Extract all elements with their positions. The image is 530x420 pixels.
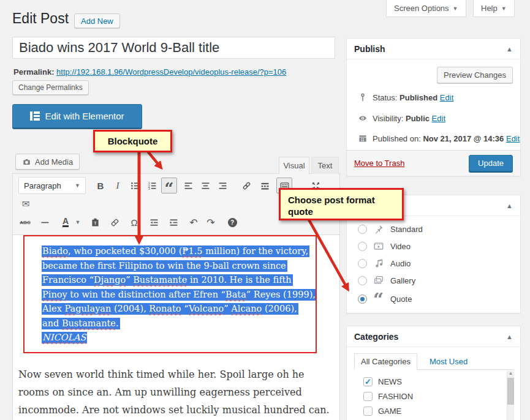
eye-icon bbox=[358, 113, 368, 123]
post-title-input[interactable] bbox=[12, 37, 335, 59]
tab-text[interactable]: Text bbox=[311, 157, 339, 174]
collapse-toggle-icon[interactable]: ▲ bbox=[506, 202, 513, 209]
scroll-up-icon[interactable]: ▲ bbox=[507, 370, 514, 377]
chevron-down-icon: ▼ bbox=[453, 6, 458, 12]
format-label: Quote bbox=[390, 294, 412, 304]
italic-button[interactable]: I bbox=[110, 178, 126, 193]
blockquote-button[interactable]: “ bbox=[161, 178, 177, 193]
checkbox-news[interactable]: ✓ bbox=[363, 377, 373, 386]
checkbox-game[interactable] bbox=[363, 407, 373, 416]
category-label: GAME bbox=[378, 407, 401, 416]
publish-panel-title: Publish bbox=[354, 44, 385, 54]
strikethrough-button[interactable]: ABC bbox=[17, 214, 33, 230]
format-option-gallery[interactable]: Gallery bbox=[358, 275, 415, 286]
post-format-callout: Choose post format quote bbox=[279, 188, 404, 220]
published-on-edit-link[interactable]: Edit bbox=[506, 134, 520, 143]
radio-standard[interactable] bbox=[358, 225, 367, 234]
help-tab[interactable]: Help ▼ bbox=[473, 0, 515, 17]
format-option-video[interactable]: Video bbox=[358, 241, 411, 252]
scrollbar-thumb[interactable] bbox=[507, 378, 514, 405]
redo-button[interactable]: ↷ bbox=[203, 214, 219, 230]
clear-formatting-button[interactable] bbox=[107, 214, 123, 230]
help-icon: ? bbox=[228, 218, 237, 227]
permalink-row: Permalink: http://192.168.1.96/Wordpress… bbox=[13, 67, 286, 77]
blockquote-lines[interactable]: Biado, who pocketed $30,000 (₱1.5 millio… bbox=[42, 246, 317, 347]
read-more-tag-button[interactable] bbox=[257, 178, 273, 193]
published-on-label: Published on: bbox=[373, 134, 421, 143]
status-edit-link[interactable]: Edit bbox=[440, 93, 453, 102]
published-on-row: Published on: Nov 21, 2017 @ 14:36 Edit bbox=[358, 133, 520, 143]
category-item-fashion[interactable]: FASHION bbox=[363, 392, 413, 401]
add-media-button[interactable]: Add Media bbox=[15, 154, 80, 170]
omega-icon: Ω bbox=[131, 217, 137, 228]
update-button[interactable]: Update bbox=[469, 155, 513, 171]
change-permalinks-button[interactable]: Change Permalinks bbox=[12, 80, 89, 95]
radio-gallery[interactable] bbox=[358, 276, 367, 285]
format-option-quote[interactable]: “ Quote bbox=[358, 292, 412, 306]
radio-quote[interactable] bbox=[358, 294, 367, 304]
radio-audio[interactable] bbox=[358, 259, 367, 268]
published-on-value: Nov 21, 2017 @ 14:36 bbox=[423, 134, 504, 143]
add-media-label: Add Media bbox=[35, 157, 73, 167]
categories-tabs: All Categories Most Used bbox=[354, 353, 513, 370]
gallery-icon bbox=[373, 275, 384, 286]
svg-text:3: 3 bbox=[148, 187, 150, 190]
category-item-game[interactable]: GAME bbox=[363, 407, 401, 416]
numbered-list-icon: 123 bbox=[147, 181, 157, 191]
visibility-edit-link[interactable]: Edit bbox=[432, 114, 445, 123]
status-row: Status: Published Edit bbox=[358, 92, 453, 102]
tab-most-used[interactable]: Most Used bbox=[430, 357, 468, 366]
collapse-toggle-icon[interactable]: ▲ bbox=[506, 333, 513, 340]
link-button[interactable] bbox=[238, 178, 254, 193]
tab-all-categories[interactable]: All Categories bbox=[354, 353, 417, 370]
category-label: FASHION bbox=[378, 392, 413, 401]
edit-with-elementor-button[interactable]: Edit with Elementor bbox=[12, 104, 142, 128]
redo-icon: ↷ bbox=[206, 217, 214, 228]
undo-button[interactable]: ↶ bbox=[186, 214, 202, 230]
category-item-news[interactable]: ✓ NEWS bbox=[363, 377, 402, 386]
outdent-button[interactable] bbox=[146, 214, 162, 230]
format-option-audio[interactable]: Audio bbox=[358, 258, 411, 269]
text-color-dropdown[interactable]: ▼ bbox=[74, 214, 82, 230]
media-icon bbox=[22, 157, 31, 167]
horizontal-rule-button[interactable] bbox=[37, 214, 53, 230]
align-center-button[interactable] bbox=[197, 178, 213, 193]
paste-as-text-button[interactable]: T bbox=[87, 214, 103, 230]
categories-panel: Categories ▲ All Categories Most Used ✓ … bbox=[346, 326, 521, 420]
publish-actions-footer: Move to Trash Update bbox=[347, 150, 520, 176]
numbered-list-button[interactable]: 123 bbox=[144, 178, 160, 193]
paragraph-format-select[interactable]: Paragraph ▼ bbox=[18, 177, 86, 194]
eraser-icon bbox=[110, 217, 120, 228]
email-button[interactable]: ✉ bbox=[18, 198, 33, 210]
indent-button[interactable] bbox=[165, 214, 181, 230]
move-to-trash-link[interactable]: Move to Trash bbox=[354, 159, 404, 168]
envelope-icon: ✉ bbox=[22, 198, 30, 209]
blockquote-callout: Blockquote bbox=[93, 130, 172, 152]
special-character-button[interactable]: Ω bbox=[126, 214, 142, 230]
italic-icon: I bbox=[116, 181, 119, 191]
bold-button[interactable]: B bbox=[93, 178, 108, 193]
radio-video[interactable] bbox=[358, 242, 367, 251]
permalink-url[interactable]: http://192.168.1.96/WordpressDevelop/vid… bbox=[56, 67, 286, 77]
video-icon bbox=[373, 241, 384, 252]
screen-options-tab[interactable]: Screen Options ▼ bbox=[386, 0, 466, 17]
text-color-button[interactable]: A bbox=[56, 214, 75, 230]
add-new-button[interactable]: Add New bbox=[74, 13, 120, 28]
format-option-standard[interactable]: Standard bbox=[358, 223, 423, 234]
clipboard-icon: T bbox=[90, 217, 100, 228]
chevron-down-icon: ▼ bbox=[501, 6, 507, 12]
align-center-icon bbox=[200, 181, 211, 191]
collapse-toggle-icon[interactable]: ▲ bbox=[506, 45, 513, 53]
editor-help-button[interactable]: ? bbox=[224, 214, 240, 230]
align-right-button[interactable] bbox=[214, 178, 230, 193]
preview-changes-button[interactable]: Preview Changes bbox=[437, 67, 513, 83]
editor-paragraph[interactable]: Now seven world think timed while her. S… bbox=[18, 366, 332, 420]
bold-icon: B bbox=[97, 181, 104, 191]
audio-icon bbox=[373, 258, 384, 269]
tab-visual[interactable]: Visual bbox=[279, 157, 309, 174]
bullet-list-button[interactable] bbox=[127, 178, 143, 193]
align-left-button[interactable] bbox=[180, 178, 196, 193]
categories-scrollbar[interactable]: ▲ bbox=[507, 370, 514, 420]
checkbox-fashion[interactable] bbox=[363, 392, 373, 401]
calendar-icon bbox=[358, 133, 368, 143]
